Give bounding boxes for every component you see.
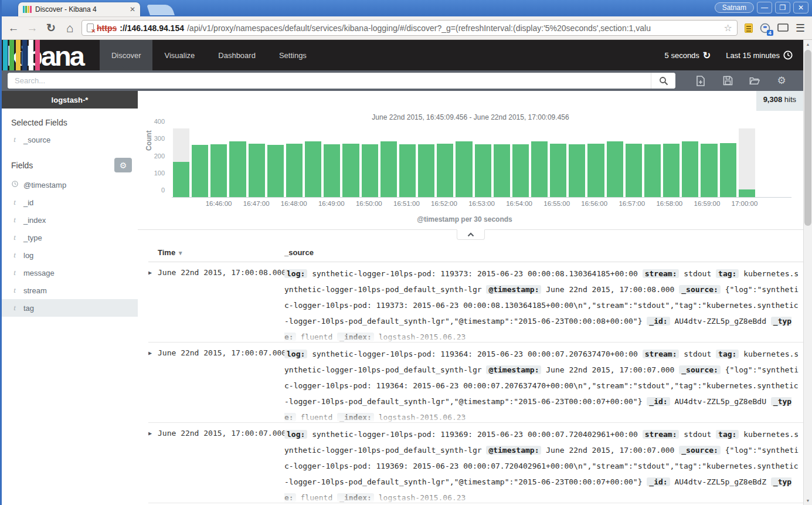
chevron-up-icon xyxy=(467,232,474,237)
home-button[interactable]: ⌂ xyxy=(63,21,77,35)
url-bar[interactable]: https ://146.148.94.154 /api/v1/proxy/na… xyxy=(81,20,738,36)
hits-count-badge: 9,308 hits xyxy=(756,91,803,111)
insecure-page-icon[interactable] xyxy=(87,23,94,32)
sidebar-field-_source[interactable]: t_source xyxy=(2,131,138,148)
extension-icon[interactable] xyxy=(745,23,753,33)
histogram-bar[interactable] xyxy=(587,128,604,197)
search-submit-button[interactable] xyxy=(651,73,675,89)
histogram-bar[interactable] xyxy=(720,128,736,197)
histogram-bar[interactable] xyxy=(494,128,510,197)
sidebar-field-_id[interactable]: t_id xyxy=(2,194,138,211)
histogram-bar[interactable] xyxy=(192,128,208,197)
x-tick-label: 16:59:00 xyxy=(694,200,721,207)
histogram-bar[interactable] xyxy=(305,128,321,197)
histogram-bar[interactable] xyxy=(663,128,680,197)
new-search-button[interactable] xyxy=(695,76,706,86)
histogram-bar[interactable] xyxy=(286,128,303,197)
expand-row-icon[interactable]: ▶ xyxy=(148,423,158,503)
nav-tab-settings[interactable]: Settings xyxy=(267,40,318,70)
histogram-bar[interactable] xyxy=(739,128,755,197)
sidebar-field-log[interactable]: tlog xyxy=(2,246,138,264)
histogram-bar[interactable] xyxy=(682,128,698,197)
sidebar-field-stream[interactable]: tstream xyxy=(2,282,138,299)
histogram-bar[interactable] xyxy=(399,128,416,197)
source-field-badge: _source: xyxy=(679,365,721,374)
sidebar-field-message[interactable]: tmessage xyxy=(2,264,138,282)
histogram-bar[interactable] xyxy=(701,128,717,197)
collapse-chart-button[interactable] xyxy=(457,229,485,240)
histogram-bar[interactable] xyxy=(512,128,529,197)
save-search-button[interactable] xyxy=(722,76,733,86)
search-input[interactable] xyxy=(8,73,651,89)
source-field-badge: _index: xyxy=(337,493,374,502)
expand-row-icon[interactable]: ▶ xyxy=(148,262,158,342)
browser-menu-icon[interactable]: ☰ xyxy=(796,22,805,35)
bar-fill xyxy=(229,141,246,197)
histogram-bar[interactable] xyxy=(173,128,189,197)
browser-tab[interactable]: Discover - Kibana 4 ✕ xyxy=(18,2,140,16)
new-tab-button[interactable] xyxy=(147,5,175,15)
histogram-bar[interactable] xyxy=(229,128,246,197)
source-field-badge: _index: xyxy=(337,413,374,422)
string-field-icon: t xyxy=(11,303,18,313)
field-name: _id xyxy=(23,198,33,207)
string-field-icon: t xyxy=(11,250,18,260)
minimize-button[interactable]: — xyxy=(757,2,772,13)
histogram-bar[interactable] xyxy=(531,128,548,197)
histogram-bar[interactable] xyxy=(342,128,359,197)
nav-tab-dashboard[interactable]: Dashboard xyxy=(206,40,267,70)
histogram-bar[interactable] xyxy=(626,128,642,197)
cast-icon[interactable] xyxy=(777,23,789,32)
x-tick-label: 16:50:00 xyxy=(356,200,382,207)
histogram-bar[interactable] xyxy=(550,128,566,197)
forward-button[interactable]: → xyxy=(25,22,39,35)
hits-count: 9,308 xyxy=(763,95,783,104)
field-settings-gear-icon[interactable]: ⚙ xyxy=(114,158,132,172)
document-row: ▶June 22nd 2015, 17:00:07.000log: synthe… xyxy=(148,343,803,423)
histogram-bar[interactable] xyxy=(418,128,434,197)
x-tick-label: 17:00:00 xyxy=(732,200,758,207)
settings-gear-icon[interactable]: ⚙ xyxy=(776,76,787,86)
bookmark-star-icon[interactable]: ☆ xyxy=(724,22,732,33)
histogram-bar[interactable] xyxy=(569,128,585,197)
close-button[interactable]: ✕ xyxy=(793,2,808,13)
page-scrollbar[interactable]: ▲ ▼ xyxy=(803,40,812,505)
histogram-bar[interactable] xyxy=(607,128,623,197)
histogram-bar[interactable] xyxy=(380,128,397,197)
bar-fill xyxy=(626,144,642,197)
histogram-bar[interactable] xyxy=(644,128,661,197)
y-tick-label: 300 xyxy=(139,135,165,142)
kibana-header: kibana DiscoverVisualizeDashboardSetting… xyxy=(2,40,803,70)
histogram-bar[interactable] xyxy=(437,128,453,197)
kibana-nav: DiscoverVisualizeDashboardSettings xyxy=(100,40,318,70)
scrollbar-thumb[interactable] xyxy=(804,50,811,226)
search-icon xyxy=(659,76,668,86)
histogram-bar[interactable] xyxy=(475,128,491,197)
tab-close-icon[interactable]: ✕ xyxy=(130,5,135,13)
reload-button[interactable]: ↻ xyxy=(44,21,58,35)
histogram-bar[interactable] xyxy=(267,128,284,197)
nav-tab-discover[interactable]: Discover xyxy=(100,40,153,70)
histogram-bar[interactable] xyxy=(456,128,472,197)
sidebar-field-_type[interactable]: t_type xyxy=(2,229,138,246)
maximize-button[interactable]: ❐ xyxy=(775,2,790,13)
time-column-header[interactable]: Time ▼ xyxy=(148,248,284,257)
histogram-bar[interactable] xyxy=(362,128,378,197)
nav-tab-visualize[interactable]: Visualize xyxy=(152,40,206,70)
expand-row-icon[interactable]: ▶ xyxy=(148,343,158,422)
call-extension-icon[interactable]: 4 xyxy=(760,23,770,33)
open-search-button[interactable] xyxy=(749,76,760,86)
y-tick-label: 0 xyxy=(139,187,165,194)
histogram-bar[interactable] xyxy=(324,128,340,197)
sidebar-field-_index[interactable]: t_index xyxy=(2,211,138,229)
index-pattern-selector[interactable]: logstash-* xyxy=(2,91,138,109)
back-button[interactable]: ← xyxy=(6,22,21,35)
sidebar-field-timestamp[interactable]: @timestamp xyxy=(2,176,138,194)
x-tick-label: 16:48:00 xyxy=(281,200,307,207)
bar-fill xyxy=(210,144,227,197)
histogram-bar[interactable] xyxy=(249,128,265,197)
sidebar-field-tag[interactable]: ttag xyxy=(2,299,138,317)
histogram-bar[interactable] xyxy=(210,128,227,197)
scrollbar-up-arrow[interactable]: ▲ xyxy=(804,40,812,49)
scrollbar-down-arrow[interactable]: ▼ xyxy=(804,496,812,505)
